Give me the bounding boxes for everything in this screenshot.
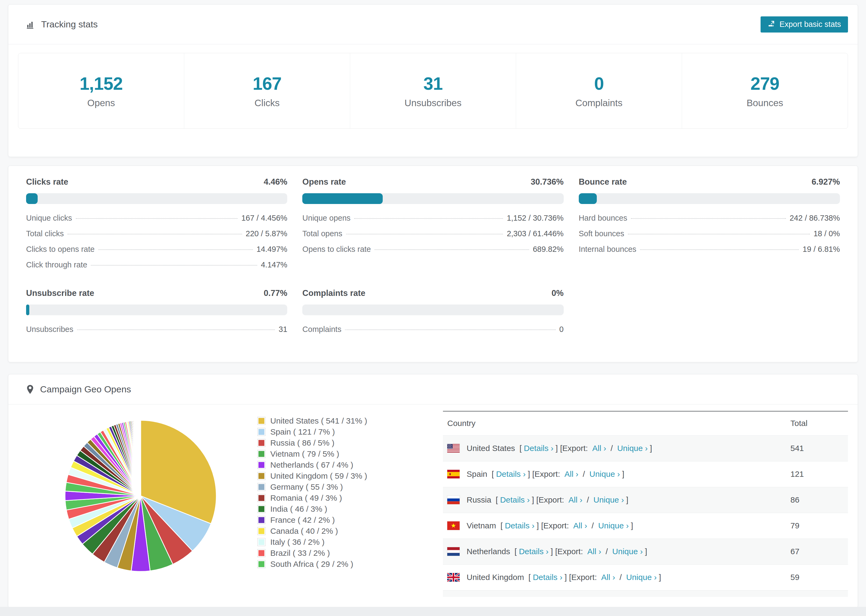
stat-line-soft-bounces: Soft bounces18 / 0% [579, 229, 840, 245]
country-cell: Netherlands [Details ›] [Export: All › /… [447, 547, 782, 556]
stat-box-opens: 1,152Opens [18, 53, 184, 129]
total-column-header: Total [786, 411, 848, 435]
rate-title: Complaints rate [302, 288, 365, 298]
dotted-leader [98, 250, 253, 250]
export-unique-link[interactable]: Unique › [626, 573, 657, 582]
details-link[interactable]: Details › [496, 470, 526, 479]
details-link[interactable]: Details › [533, 573, 562, 582]
legend-item-russia[interactable]: Russia ( 86 / 5% ) [257, 437, 443, 448]
legend-item-romania[interactable]: Romania ( 49 / 3% ) [257, 492, 443, 503]
legend-item-germany[interactable]: Germany ( 55 / 3% ) [257, 481, 443, 492]
stat-box-unsubscribes: 31Unsubscribes [350, 53, 516, 129]
legend-swatch [257, 439, 265, 447]
stat-line-value: 2,303 / 61.446% [507, 229, 564, 238]
legend-item-netherlands[interactable]: Netherlands ( 67 / 4% ) [257, 459, 443, 470]
rate-value: 0% [552, 288, 564, 298]
stat-label: Opens [87, 97, 115, 108]
export-unique-link[interactable]: Unique › [617, 444, 648, 453]
bracket: ] [626, 495, 628, 504]
total-value: 55 [786, 590, 848, 597]
legend-item-united-states[interactable]: United States ( 541 / 31% ) [257, 415, 443, 426]
export-unique-link[interactable]: Unique › [612, 547, 643, 556]
stat-line-click-through-rate: Click through rate4.147% [26, 261, 287, 276]
slash: / [617, 573, 624, 582]
legend-swatch [257, 483, 265, 491]
stat-line-label: Total clicks [26, 229, 64, 238]
export-unique-link[interactable]: Unique › [593, 495, 624, 504]
export-all-link[interactable]: All › [592, 444, 606, 453]
page-bottom-band [0, 607, 866, 616]
stat-line-value: 689.82% [533, 245, 564, 254]
geo-title-row: Campaign Geo Opens [26, 384, 131, 394]
bracket: ] [650, 444, 652, 453]
legend-item-canada[interactable]: Canada ( 40 / 2% ) [257, 525, 443, 536]
legend-label: Romania ( 49 / 3% ) [270, 493, 342, 503]
legend-item-united-kingdom[interactable]: United Kingdom ( 59 / 3% ) [257, 470, 443, 481]
stat-line-label: Internal bounces [579, 245, 636, 254]
bracket: ] [Export: [532, 495, 566, 504]
total-value: 86 [786, 487, 848, 513]
legend-item-brazil[interactable]: Brazil ( 33 / 2% ) [257, 547, 443, 558]
details-link[interactable]: Details › [519, 547, 548, 556]
geo-table-container: Country Total United States [Details ›] … [443, 411, 848, 597]
export-unique-link[interactable]: Unique › [598, 521, 628, 530]
legend-item-india[interactable]: India ( 46 / 3% ) [257, 503, 443, 514]
legend-item-vietnam[interactable]: Vietnam ( 79 / 5% ) [257, 448, 443, 459]
legend-swatch [257, 527, 265, 535]
stat-line-label: Complaints [302, 325, 341, 334]
stat-line-value: 31 [279, 325, 287, 334]
legend-item-france[interactable]: France ( 42 / 2% ) [257, 514, 443, 525]
flag-icon-nl [447, 547, 460, 556]
stat-line-label: Unique opens [302, 214, 350, 223]
export-all-link[interactable]: All › [587, 547, 601, 556]
legend-item-italy[interactable]: Italy ( 36 / 2% ) [257, 536, 443, 547]
dotted-leader [345, 330, 555, 330]
bracket: [ [498, 521, 503, 530]
rate-head: Complaints rate0% [302, 288, 564, 298]
details-link[interactable]: Details › [500, 495, 529, 504]
legend-item-south-africa[interactable]: South Africa ( 29 / 2% ) [257, 558, 443, 569]
bracket: ] [Export: [551, 547, 585, 556]
bracket: ] [645, 547, 647, 556]
rate-head: Bounce rate6.927% [579, 177, 840, 187]
stat-line-label: Unique clicks [26, 214, 72, 223]
country-name: Vietnam [467, 521, 496, 530]
progress-bar-track [26, 305, 287, 315]
dotted-leader [640, 250, 799, 250]
table-row-united-kingdom: United Kingdom [Details ›] [Export: All … [443, 564, 848, 590]
export-unique-link[interactable]: Unique › [589, 470, 620, 479]
summary-stats-row: 1,152Opens167Clicks31Unsubscribes0Compla… [18, 53, 848, 129]
export-all-link[interactable]: All › [601, 573, 615, 582]
slash: / [603, 547, 610, 556]
dotted-leader [91, 265, 257, 266]
export-basic-stats-button[interactable]: Export basic stats [761, 16, 848, 33]
rate-head: Opens rate30.736% [302, 177, 564, 187]
country-cell: United Kingdom [Details ›] [Export: All … [447, 573, 782, 582]
dotted-leader [628, 234, 810, 234]
export-all-link[interactable]: All › [565, 470, 578, 479]
legend-label: United Kingdom ( 59 / 3% ) [270, 471, 367, 481]
details-link[interactable]: Details › [524, 444, 553, 453]
stat-line-internal-bounces: Internal bounces19 / 6.81% [579, 245, 840, 261]
stat-line-hard-bounces: Hard bounces242 / 86.738% [579, 214, 840, 229]
legend-swatch [257, 461, 265, 469]
dotted-leader [77, 330, 275, 330]
stat-value: 167 [252, 73, 281, 94]
progress-bar-fill [302, 193, 383, 204]
legend-item-spain[interactable]: Spain ( 121 / 7% ) [257, 426, 443, 437]
pie-slice[interactable] [140, 420, 141, 496]
bracket: ] [Export: [565, 573, 599, 582]
legend-label: Spain ( 121 / 7% ) [270, 427, 335, 437]
bracket: [ [493, 495, 498, 504]
geo-pie-chart [60, 415, 221, 578]
stat-line-value: 4.147% [261, 261, 287, 269]
rate-detail-rows: Unique opens1,152 / 30.736%Total opens2,… [302, 214, 564, 261]
export-all-link[interactable]: All › [573, 521, 587, 530]
legend-label: Netherlands ( 67 / 4% ) [270, 460, 353, 470]
slash: / [584, 495, 591, 504]
stat-line-value: 1,152 / 30.736% [507, 214, 564, 223]
export-all-link[interactable]: All › [568, 495, 583, 504]
progress-bar-track [302, 305, 564, 315]
dotted-leader [631, 218, 786, 219]
details-link[interactable]: Details › [505, 521, 534, 530]
